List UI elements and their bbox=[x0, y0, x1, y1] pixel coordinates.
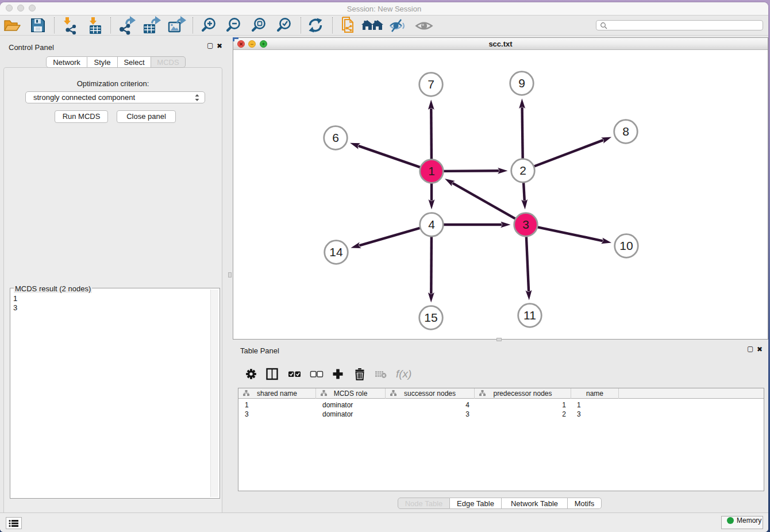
svg-text:6: 6 bbox=[332, 131, 339, 144]
svg-text:3: 3 bbox=[522, 218, 529, 231]
svg-text:14: 14 bbox=[329, 245, 343, 259]
svg-text:1: 1 bbox=[428, 164, 435, 178]
svg-text:8: 8 bbox=[622, 125, 629, 138]
svg-text:2: 2 bbox=[519, 164, 526, 177]
svg-text:15: 15 bbox=[424, 311, 437, 324]
svg-text:4: 4 bbox=[428, 218, 435, 231]
svg-text:10: 10 bbox=[619, 239, 633, 252]
svg-text:11: 11 bbox=[523, 309, 536, 322]
svg-text:f(x): f(x) bbox=[396, 368, 411, 380]
svg-text:7: 7 bbox=[428, 78, 434, 91]
svg-text:9: 9 bbox=[518, 76, 525, 90]
